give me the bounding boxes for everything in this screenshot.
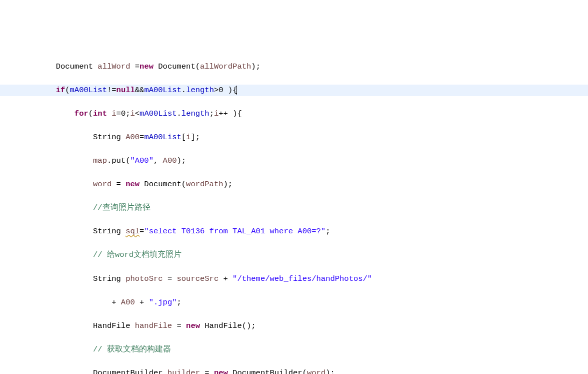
code-line: word = new Document(wordPath); [0, 179, 588, 191]
code-line: String photoSrc = sourceSrc + "/theme/we… [0, 273, 588, 285]
code-line: DocumentBuilder builder = new DocumentBu… [0, 367, 588, 374]
code-line: map.put("A00", A00); [0, 155, 588, 167]
code-line-comment: // 给word文档填充照片 [0, 249, 588, 261]
code-line-comment: //查询照片路径 [0, 202, 588, 214]
code-line: for(int i=0;i<mA00List.length;i++ ){ [0, 108, 588, 120]
code-block: Document allWord =new Document(allWordPa… [0, 47, 588, 374]
code-line-highlighted: if(mA00List!=null&&mA00List.length>0 ){ [0, 85, 588, 97]
code-line-comment: // 获取文档的构建器 [0, 344, 588, 356]
code-line: HandFile handFile = new HandFile(); [0, 320, 588, 332]
code-line: String sql="select T0136 from TAL_A01 wh… [0, 226, 588, 238]
code-line: Document allWord =new Document(allWordPa… [0, 61, 588, 73]
code-line: + A00 + ".jpg"; [0, 297, 588, 309]
code-line: String A00=mA00List[i]; [0, 132, 588, 144]
